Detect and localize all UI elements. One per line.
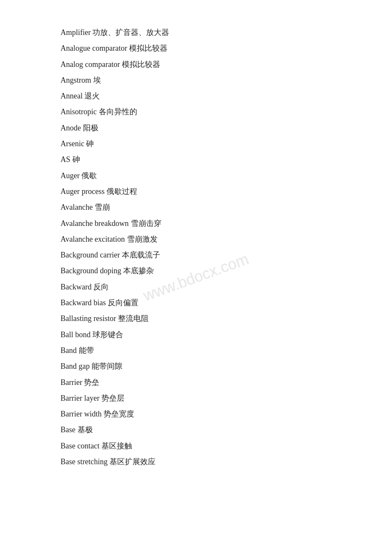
term-chinese: 雪崩击穿 [131,219,161,228]
term-chinese: 基区接触 [101,442,132,450]
term-english: Band gap [61,362,92,370]
term-chinese: 埃 [93,76,101,84]
term-chinese: 模拟比较器 [122,60,160,69]
term-english: Base stretching [61,457,110,466]
term-english: Arsenic [61,139,86,148]
term-english: Anneal [61,92,84,100]
term-english: Barrier layer [61,394,101,402]
list-item: Barrier layer 势垒层 [61,391,331,405]
term-english: Auger [61,171,81,180]
list-item: Anneal 退火 [61,89,331,103]
term-english: Anisotropic [61,107,99,116]
term-chinese: 模拟比较器 [129,44,167,52]
list-item: Anisotropic 各向异性的 [61,105,331,119]
term-chinese: 俄歇过程 [107,187,137,196]
list-item: Auger 俄歇 [61,169,331,183]
list-item: Angstrom 埃 [61,73,331,87]
term-english: Backward [61,283,93,291]
term-english: Band [61,346,79,355]
list-item: Ballasting resistor 整流电阻 [61,312,331,326]
list-item: Analogue comparator 模拟比较器 [61,41,331,55]
term-english: Base contact [61,442,101,450]
term-chinese: 整流电阻 [118,314,149,323]
term-english: Barrier width [61,410,104,418]
term-chinese: 基极 [78,425,93,434]
term-chinese: 阳极 [83,124,98,132]
term-chinese: 雪崩激发 [127,235,158,243]
term-chinese: 本底掺杂 [123,266,154,275]
term-chinese: 反向偏置 [108,298,138,307]
list-item: Barrier 势垒 [61,376,331,390]
term-chinese: 本底载流子 [122,251,160,259]
term-english: Anode [61,124,83,132]
list-item: Backward bias 反向偏置 [61,296,331,310]
term-english: AS [61,155,72,164]
list-item: Analog comparator 模拟比较器 [61,58,331,72]
term-chinese: 俄歇 [81,171,97,180]
term-chinese: 势垒层 [101,394,124,402]
list-item: Avalanche 雪崩 [61,200,331,214]
term-english: Amplifier [61,28,92,37]
term-english: Analogue comparator [61,44,129,52]
list-item: Band 能带 [61,344,331,358]
list-item: Background carrier 本底载流子 [61,248,331,262]
list-item: Amplifier 功放、扩音器、放大器 [61,26,331,40]
term-english: Avalanche excitation [61,235,127,243]
term-chinese: 退火 [84,92,100,100]
term-chinese: 球形键合 [92,330,123,339]
list-item: Anode 阳极 [61,121,331,135]
term-english: Backward bias [61,298,108,307]
list-item: Base stretching 基区扩展效应 [61,455,331,469]
list-item: Avalanche excitation 雪崩激发 [61,232,331,246]
term-english: Avalanche breakdown [61,219,131,228]
term-english: Angstrom [61,76,93,84]
term-chinese: 砷 [72,155,80,164]
term-english: Background carrier [61,251,122,259]
list-item: AS 砷 [61,153,331,167]
term-english: Avalanche [61,203,95,211]
term-english: Barrier [61,378,84,387]
term-english: Base [61,425,78,434]
term-chinese: 雪崩 [95,203,110,211]
term-chinese: 功放、扩音器、放大器 [92,28,169,37]
list-item: Ball bond 球形键合 [61,328,331,342]
list-item: Auger process 俄歇过程 [61,185,331,199]
term-english: Background doping [61,266,123,275]
list-item: Backward 反向 [61,280,331,294]
list-item: Background doping 本底掺杂 [61,264,331,278]
term-chinese: 势垒 [84,378,99,387]
term-chinese: 能带 [79,346,94,355]
term-chinese: 砷 [86,139,94,148]
term-chinese: 势垒宽度 [104,410,134,418]
list-item: Arsenic 砷 [61,137,331,151]
list-item: Barrier width 势垒宽度 [61,407,331,421]
term-list: Amplifier 功放、扩音器、放大器Analogue comparator … [61,26,331,469]
term-chinese: 反向 [93,283,109,291]
list-item: Base contact 基区接触 [61,439,331,453]
list-item: Base 基极 [61,423,331,437]
term-english: Auger process [61,187,107,196]
list-item: Band gap 能带间隙 [61,359,331,373]
term-chinese: 基区扩展效应 [110,457,156,466]
term-english: Analog comparator [61,60,122,69]
term-english: Ball bond [61,330,92,339]
term-chinese: 能带间隙 [92,362,122,370]
term-chinese: 各向异性的 [99,107,137,116]
term-english: Ballasting resistor [61,314,118,323]
list-item: Avalanche breakdown 雪崩击穿 [61,217,331,231]
